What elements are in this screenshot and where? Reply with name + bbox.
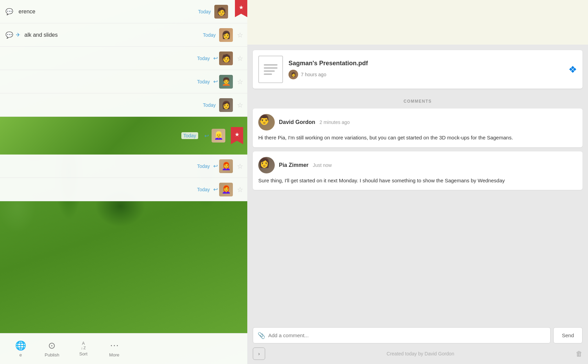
avatar-initial: 👩: [291, 72, 296, 77]
comment-input-wrapper: 📎: [253, 327, 551, 343]
avatar: 👩: [219, 98, 233, 112]
comment-avatar: 👩: [258, 157, 275, 173]
reply-icon: ↩: [213, 55, 218, 61]
comment-input-area: 📎 Send › Created today by David Gordon 🗑: [247, 323, 588, 364]
comment-text: Hi there Pia, I'm still working on more …: [258, 134, 577, 142]
delete-icon[interactable]: 🗑: [576, 350, 583, 358]
toolbar-share-label: e: [19, 352, 22, 357]
item-date: Today: [203, 32, 216, 38]
list-item[interactable]: Today 👩 ☆: [0, 93, 247, 117]
item-date: Today: [197, 163, 210, 169]
star-icon[interactable]: ☆: [237, 185, 243, 194]
avatar: 🧑‍🦱: [219, 75, 233, 89]
chat-icon: 💬: [5, 8, 13, 15]
comment-card: 👨 David Gordon 2 minutes ago Hi there Pi…: [253, 109, 583, 147]
footer-created-text: Created today by David Gordon: [265, 351, 576, 356]
paperclip-icon: 📎: [258, 332, 265, 339]
item-date: Today: [197, 187, 210, 192]
toolbar-item-more[interactable]: ⋯ More: [101, 338, 128, 360]
file-line: [264, 73, 272, 75]
dropbox-icon[interactable]: ❖: [568, 64, 577, 75]
star-icon[interactable]: ☆: [237, 101, 243, 109]
toolbar-item-share[interactable]: 🌐 e: [7, 338, 34, 360]
comment-author-name: Pia Zimmer: [279, 162, 308, 168]
left-panel: 💬 erence Today 🧑 ★ 💬 ✈ alk and slides To…: [0, 0, 247, 364]
bookmark-icon[interactable]: ★: [235, 0, 247, 17]
file-thumbnail: [258, 56, 283, 83]
image-row-overlay: Today ↩ 👱‍♀️ ★: [181, 117, 247, 155]
top-note-area: [247, 0, 588, 45]
comment-author-block: Pia Zimmer Just now: [279, 162, 332, 168]
comment-text: Sure thing, I'll get started on it next …: [258, 177, 577, 185]
item-date: Today: [197, 56, 210, 61]
list-item[interactable]: Today ↩ 🧑‍🦱 ☆: [0, 70, 247, 93]
file-line: [264, 67, 278, 69]
send-button[interactable]: Send: [553, 327, 583, 343]
comment-input[interactable]: [253, 327, 551, 343]
reply-icon: ↩: [213, 78, 218, 85]
file-name: Sagman's Presentation.pdf: [289, 60, 568, 67]
toolbar-more-label: More: [109, 352, 120, 357]
star-icon[interactable]: ☆: [237, 54, 243, 62]
toolbar-item-publish[interactable]: ⊙ Publish: [38, 338, 66, 360]
file-meta: 👩 7 hours ago: [289, 70, 568, 79]
list-item[interactable]: 💬 erence Today 🧑 ★: [0, 0, 247, 23]
avatar: 👩‍🦰: [219, 159, 233, 173]
reply-icon: ↩: [213, 163, 218, 169]
toolbar-sort-label: Sort: [79, 351, 88, 356]
file-info: Sagman's Presentation.pdf 👩 7 hours ago: [289, 60, 568, 79]
file-author-avatar: 👩: [289, 70, 298, 79]
comment-header: 👨 David Gordon 2 minutes ago: [258, 114, 577, 130]
chevron-right-icon: ›: [258, 351, 260, 356]
right-panel: Sagman's Presentation.pdf 👩 7 hours ago …: [247, 0, 588, 364]
list-item[interactable]: 💬 ✈ alk and slides Today 👩 ☆: [0, 23, 247, 47]
comment-avatar: 👨: [258, 114, 275, 130]
file-card: Sagman's Presentation.pdf 👩 7 hours ago …: [253, 50, 583, 89]
bottom-toolbar: 🌐 e ⊙ Publish A ↓Z Sort ⋯ More: [0, 333, 247, 364]
avatar: 🧑: [219, 52, 233, 65]
list-item[interactable]: Today ↩ 👩‍🦰 ☆: [0, 155, 247, 178]
expand-button[interactable]: ›: [253, 348, 265, 360]
list-item[interactable]: Today ↩ 🧑 ☆: [0, 47, 247, 70]
avatar: 👱‍♀️: [212, 129, 225, 143]
comments-header: COMMENTS: [253, 94, 583, 109]
item-text: erence: [16, 9, 198, 15]
comment-input-row: 📎 Send: [253, 327, 583, 343]
item-date: Today: [203, 102, 216, 108]
more-icon: ⋯: [110, 340, 119, 351]
file-line: [264, 64, 278, 66]
reply-icon: ↩: [213, 186, 218, 193]
share-icon: ✈: [16, 32, 20, 38]
item-date: Today: [181, 132, 198, 139]
chat-icon: 💬: [5, 31, 13, 39]
list-items-container: 💬 erence Today 🧑 ★ 💬 ✈ alk and slides To…: [0, 0, 247, 201]
comment-time: Just now: [313, 162, 332, 168]
comment-author-block: David Gordon 2 minutes ago: [279, 119, 350, 125]
star-icon[interactable]: ☆: [237, 78, 243, 86]
avatar: 🧑: [214, 5, 228, 19]
bookmark-icon[interactable]: ★: [231, 127, 243, 144]
file-time: 7 hours ago: [301, 72, 326, 77]
toolbar-item-sort[interactable]: A ↓Z Sort: [70, 338, 97, 359]
image-list-item[interactable]: Today ↩ 👱‍♀️ ★: [0, 117, 247, 155]
share-world-icon: 🌐: [15, 340, 26, 351]
avatar: 👩: [219, 28, 233, 42]
star-icon[interactable]: ☆: [237, 162, 243, 170]
comments-section: COMMENTS 👨 David Gordon 2 minutes ago Hi…: [247, 94, 588, 323]
star-icon: ★: [235, 131, 239, 138]
comment-author-name: David Gordon: [279, 119, 315, 125]
comment-card: 👩 Pia Zimmer Just now Sure thing, I'll g…: [253, 151, 583, 190]
item-date: Today: [197, 79, 210, 84]
list-item[interactable]: Today ↩ 👩‍🦰 ☆: [0, 178, 247, 201]
toolbar-publish-label: Publish: [45, 352, 59, 357]
comment-header: 👩 Pia Zimmer Just now: [258, 157, 577, 173]
star-icon[interactable]: ☆: [237, 31, 243, 39]
file-line: [264, 70, 275, 72]
item-text: alk and slides: [22, 32, 203, 38]
publish-icon: ⊙: [48, 340, 56, 351]
file-preview-lines: [264, 64, 278, 75]
comment-time: 2 minutes ago: [319, 120, 350, 125]
reply-icon: ↩: [204, 133, 209, 139]
avatar: 👩‍🦰: [219, 183, 233, 196]
item-date: Today: [198, 9, 211, 14]
